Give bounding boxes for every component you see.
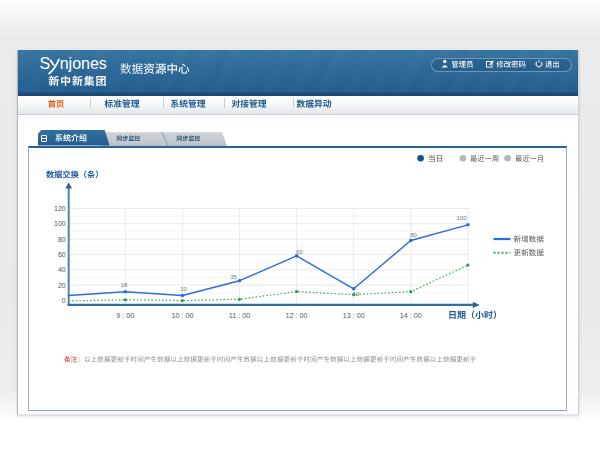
- svg-text:13 : 00: 13 : 00: [343, 311, 365, 320]
- svg-text:100: 100: [456, 215, 467, 221]
- svg-text:80: 80: [410, 232, 417, 238]
- svg-text:100: 100: [54, 220, 66, 227]
- svg-text:120: 120: [54, 205, 66, 212]
- svg-text:12 : 00: 12 : 00: [286, 311, 308, 320]
- svg-text:35: 35: [230, 274, 237, 280]
- svg-text:40: 40: [58, 266, 66, 273]
- svg-text:60: 60: [296, 249, 303, 255]
- svg-text:10: 10: [180, 286, 187, 292]
- svg-text:0: 0: [62, 297, 66, 304]
- svg-text:10: 10: [353, 291, 360, 297]
- svg-text:20: 20: [58, 282, 66, 289]
- svg-text:9 : 00: 9 : 00: [116, 311, 134, 320]
- svg-text:18: 18: [121, 282, 128, 288]
- svg-text:14 : 00: 14 : 00: [400, 311, 422, 320]
- svg-text:80: 80: [58, 236, 66, 243]
- svg-text:60: 60: [58, 251, 66, 258]
- svg-text:10 : 00: 10 : 00: [171, 311, 193, 320]
- svg-text:11 : 00: 11 : 00: [229, 311, 250, 320]
